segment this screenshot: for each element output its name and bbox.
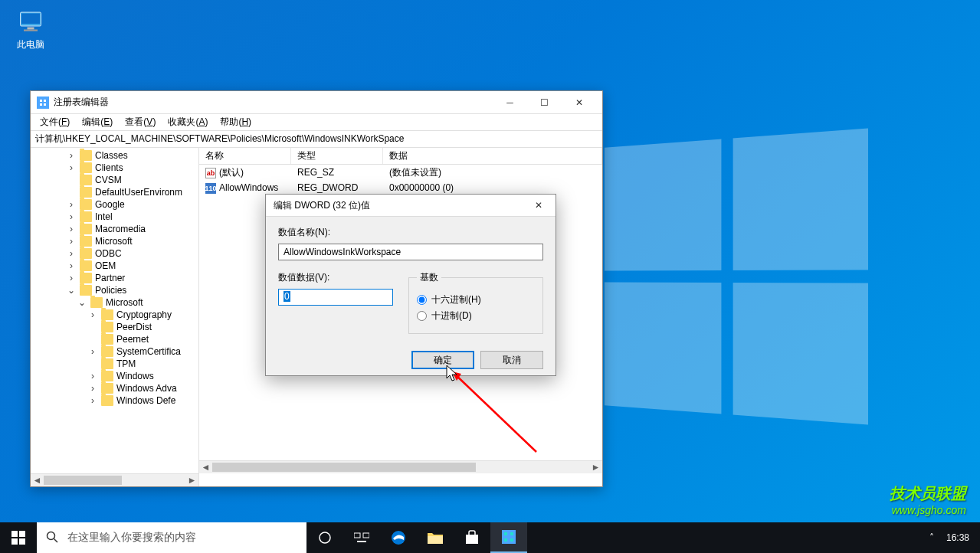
list-row[interactable]: 110AllowWindowsREG_DWORD0x00000000 (0) — [199, 180, 602, 195]
tree-item[interactable]: ›Microsoft — [31, 235, 198, 247]
chevron-right-icon[interactable]: › — [87, 371, 98, 381]
menu-edit[interactable]: 编辑(E) — [76, 114, 119, 130]
tree-item[interactable]: ›Partner — [31, 272, 198, 284]
chevron-right-icon[interactable]: › — [66, 260, 77, 271]
value-data-input[interactable]: 0 — [278, 289, 393, 306]
taskbar-store[interactable] — [454, 522, 490, 553]
tree-item[interactable]: ›Windows — [31, 370, 198, 382]
regedit-tree-panel[interactable]: ›Classes›ClientsCVSMDefaultUserEnvironm›… — [31, 148, 199, 473]
dialog-titlebar[interactable]: 编辑 DWORD (32 位)值 ✕ — [266, 195, 556, 217]
tree-item[interactable]: ›Macromedia — [31, 223, 198, 235]
scrollbar-thumb[interactable] — [212, 463, 476, 472]
list-scrollbar-horizontal[interactable]: ◄ ► — [199, 460, 602, 473]
col-data[interactable]: 数据 — [383, 148, 602, 164]
tree-item[interactable]: ›Google — [31, 198, 198, 211]
tree-item[interactable]: ›Classes — [31, 149, 198, 162]
col-name[interactable]: 名称 — [199, 148, 291, 164]
svg-rect-12 — [19, 531, 25, 537]
tray-chevron-up-icon[interactable]: ˄ — [923, 532, 940, 543]
regedit-titlebar[interactable]: 注册表编辑器 ─ ☐ ✕ — [31, 91, 602, 114]
tree-item[interactable]: ›Cryptography — [31, 309, 198, 321]
chevron-right-icon[interactable]: › — [87, 395, 98, 406]
folder-icon — [101, 358, 113, 369]
chevron-right-icon[interactable]: › — [66, 150, 77, 161]
tree-item[interactable]: ›SystemCertifica — [31, 345, 198, 358]
chevron-right-icon[interactable]: › — [66, 273, 77, 283]
tree-item[interactable]: ⌄Policies — [31, 284, 198, 296]
scroll-left-icon[interactable]: ◄ — [31, 474, 44, 486]
tree-item[interactable]: CVSM — [31, 174, 198, 186]
row-data: 0x00000000 (0) — [383, 182, 602, 194]
tree-item[interactable]: ›Windows Adva — [31, 382, 198, 394]
tree-item[interactable]: PeerDist — [31, 321, 198, 333]
chevron-right-icon[interactable]: › — [66, 236, 77, 247]
chevron-right-icon[interactable]: › — [66, 199, 77, 210]
row-type: REG_DWORD — [291, 182, 383, 194]
system-tray[interactable]: ˄ 16:38 — [923, 522, 980, 553]
taskbar-search-box[interactable]: 在这里输入你要搜索的内容 — [37, 522, 306, 553]
menu-file[interactable]: 文件(F) — [34, 114, 76, 130]
tree-item[interactable]: DefaultUserEnvironm — [31, 186, 198, 198]
menu-help[interactable]: 帮助(H) — [214, 114, 257, 130]
folder-icon — [80, 224, 92, 234]
maximize-button[interactable]: ☐ — [527, 91, 562, 114]
tray-clock[interactable]: 16:38 — [940, 532, 975, 543]
taskbar-file-explorer[interactable] — [417, 522, 454, 553]
value-name-input[interactable] — [278, 244, 543, 260]
scroll-right-icon[interactable]: ► — [589, 461, 602, 473]
regedit-title: 注册表编辑器 — [54, 96, 493, 109]
start-button[interactable] — [0, 522, 37, 553]
search-icon — [46, 531, 58, 545]
col-type[interactable]: 类型 — [291, 148, 383, 164]
chevron-right-icon[interactable]: › — [66, 224, 77, 234]
tree-scrollbar-horizontal[interactable]: ◄ ► — [31, 473, 199, 486]
tree-label: Microsoft — [106, 297, 143, 308]
regedit-address-bar[interactable]: 计算机\HKEY_LOCAL_MACHINE\SOFTWARE\Policies… — [31, 131, 602, 148]
tree-item[interactable]: TPM — [31, 358, 198, 370]
folder-icon — [80, 273, 92, 283]
store-icon — [464, 530, 480, 545]
ok-button[interactable]: 确定 — [411, 351, 474, 369]
scroll-left-icon[interactable]: ◄ — [199, 461, 212, 473]
chevron-right-icon[interactable]: › — [87, 383, 98, 394]
watermark-url: www.jsgho.com — [890, 504, 966, 516]
task-view-button[interactable] — [343, 522, 380, 553]
radio-hex[interactable]: 十六进制(H) — [417, 293, 535, 306]
desktop-icon-this-pc[interactable]: 此电脑 — [8, 8, 54, 51]
regedit-menubar: 文件(F) 编辑(E) 查看(V) 收藏夹(A) 帮助(H) — [31, 114, 602, 131]
tree-item[interactable]: ›Windows Defe — [31, 394, 198, 407]
minimize-button[interactable]: ─ — [493, 91, 527, 114]
list-row[interactable]: ab(默认)REG_SZ(数值未设置) — [199, 165, 602, 180]
reg-dword-icon: 110 — [205, 183, 216, 194]
chevron-right-icon[interactable]: › — [87, 309, 98, 320]
scroll-right-icon[interactable]: ► — [185, 474, 198, 486]
chevron-right-icon[interactable]: › — [66, 211, 77, 222]
close-button[interactable]: ✕ — [562, 91, 596, 114]
chevron-right-icon[interactable]: › — [66, 162, 77, 173]
tree-label: Windows — [116, 371, 154, 381]
taskbar-edge[interactable] — [380, 522, 417, 553]
tree-item[interactable]: ›OEM — [31, 260, 198, 272]
svg-rect-27 — [504, 538, 507, 542]
chevron-down-icon[interactable]: ⌄ — [66, 285, 77, 296]
tree-item[interactable]: Peernet — [31, 333, 198, 345]
dialog-close-button[interactable]: ✕ — [523, 195, 554, 216]
scrollbar-thumb[interactable] — [44, 476, 122, 485]
radio-dec[interactable]: 十进制(D) — [417, 309, 535, 322]
menu-favorites[interactable]: 收藏夹(A) — [162, 114, 214, 130]
svg-rect-8 — [44, 103, 46, 106]
taskbar-regedit[interactable] — [490, 522, 527, 553]
tree-item[interactable]: ›Intel — [31, 211, 198, 223]
tree-item[interactable]: ›Clients — [31, 162, 198, 174]
chevron-right-icon[interactable]: › — [87, 346, 98, 357]
tree-label: Clients — [95, 162, 123, 173]
cortana-button[interactable] — [306, 522, 343, 553]
chevron-down-icon[interactable]: ⌄ — [77, 297, 87, 308]
menu-view[interactable]: 查看(V) — [119, 114, 162, 130]
folder-icon — [101, 334, 113, 345]
cancel-button[interactable]: 取消 — [480, 351, 543, 369]
svg-rect-14 — [19, 538, 25, 545]
tree-item[interactable]: ›ODBC — [31, 247, 198, 260]
tree-item[interactable]: ⌄Microsoft — [31, 296, 198, 309]
chevron-right-icon[interactable]: › — [66, 248, 77, 259]
